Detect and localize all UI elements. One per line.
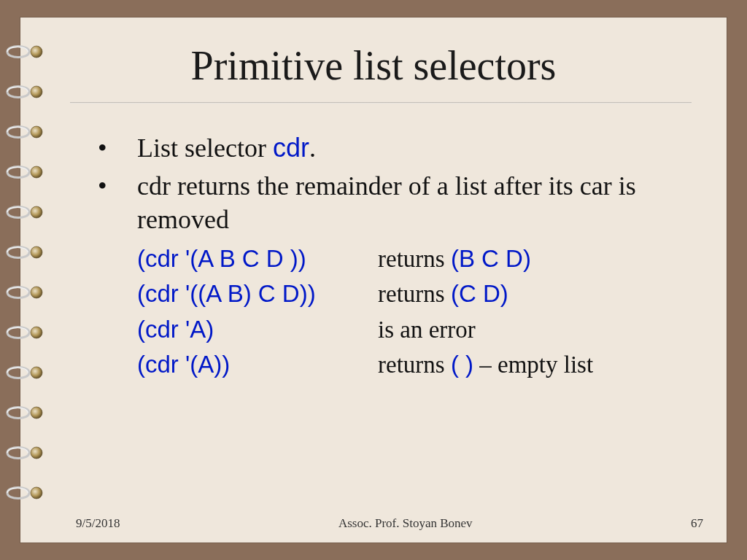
slide-body: List selector cdr. cdr returns the remai… [20, 114, 727, 380]
svg-point-9 [31, 407, 42, 419]
example-result: is an error [378, 314, 697, 345]
example-row: (cdr '(A B C D )) returns (B C D) [137, 244, 697, 274]
svg-point-10 [31, 447, 42, 459]
example-result: returns ( ) – empty list [378, 349, 697, 380]
example-row: (cdr '(A)) returns ( ) – empty list [137, 349, 697, 380]
footer-author: Assoc. Prof. Stoyan Bonev [120, 516, 691, 531]
slide-footer: 9/5/2018 Assoc. Prof. Stoyan Bonev 67 [20, 516, 727, 531]
bullet-text: cdr returns the remainder of a list afte… [137, 171, 636, 234]
example-expr: (cdr '(A)) [137, 349, 378, 380]
example-expr: (cdr 'A) [137, 314, 378, 345]
example-result: returns (B C D) [378, 244, 697, 274]
result-value: (C D) [451, 280, 508, 307]
bullet-item: List selector cdr. [93, 131, 697, 165]
result-prefix: is an error [378, 316, 476, 343]
result-prefix: returns [378, 281, 451, 307]
bullet-text-suffix: . [309, 133, 316, 163]
example-expr: (cdr '((A B) C D)) [137, 279, 378, 309]
result-prefix: returns [378, 246, 451, 272]
binding-ring [4, 483, 48, 501]
example-row: (cdr '((A B) C D)) returns (C D) [137, 279, 697, 309]
example-result: returns (C D) [378, 279, 697, 309]
binding-ring [4, 403, 48, 421]
keyword-cdr: cdr [273, 133, 309, 163]
result-suffix: – empty list [473, 351, 593, 378]
title-underline [70, 102, 692, 104]
binding-ring [4, 443, 48, 461]
svg-point-11 [31, 487, 42, 499]
example-block: (cdr '(A B C D )) returns (B C D) (cdr '… [93, 244, 697, 380]
result-value: (B C D) [451, 245, 531, 272]
example-row: (cdr 'A) is an error [137, 314, 697, 345]
bullet-list: List selector cdr. cdr returns the remai… [93, 131, 697, 236]
slide-title: Primitive list selectors [20, 18, 727, 102]
result-prefix: returns [378, 351, 451, 378]
example-expr: (cdr '(A B C D )) [137, 244, 378, 274]
footer-page: 67 [691, 516, 703, 531]
footer-date: 9/5/2018 [76, 516, 120, 531]
slide: Primitive list selectors List selector c… [20, 18, 727, 542]
bullet-text-prefix: List selector [137, 133, 273, 163]
bullet-item: cdr returns the remainder of a list afte… [93, 169, 697, 236]
result-value: ( ) [451, 351, 473, 378]
